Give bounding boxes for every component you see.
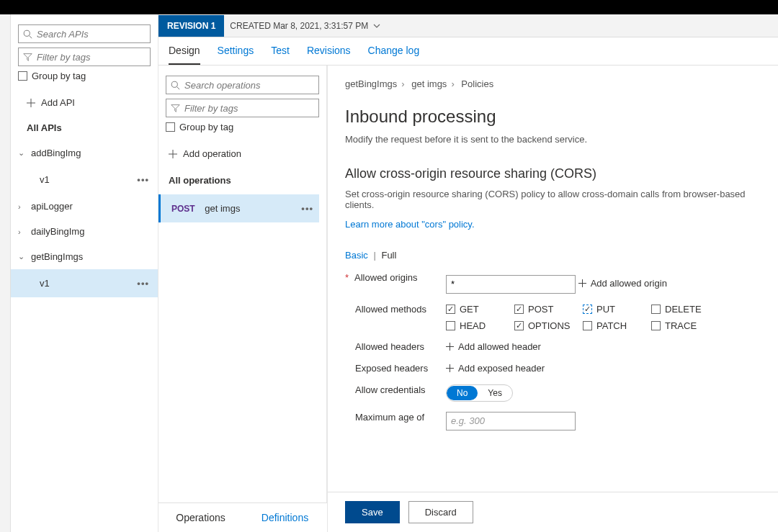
operations-bottom-tabs: Operations Definitions bbox=[158, 502, 327, 532]
page-description: Modify the request before it is sent to … bbox=[345, 134, 761, 145]
tab-settings[interactable]: Settings bbox=[218, 45, 254, 65]
mode-basic[interactable]: Basic bbox=[345, 250, 368, 261]
add-allowed-header-button[interactable]: Add allowed header bbox=[446, 341, 541, 352]
cors-section-desc: Set cross-origin resource sharing (CORS)… bbox=[345, 189, 761, 210]
tab-definitions[interactable]: Definitions bbox=[243, 503, 327, 532]
group-ops-by-tag-checkbox[interactable]: Group by tag bbox=[166, 122, 319, 132]
required-star-icon: * bbox=[345, 272, 349, 283]
breadcrumb-item[interactable]: get imgs bbox=[411, 78, 447, 89]
add-exposed-header-button[interactable]: Add exposed header bbox=[446, 363, 545, 374]
toggle-yes[interactable]: Yes bbox=[478, 386, 512, 400]
add-allowed-origin-button[interactable]: Add allowed origin bbox=[578, 278, 667, 289]
chevron-right-icon: › bbox=[18, 202, 25, 211]
created-timestamp[interactable]: CREATED Mar 8, 2021, 3:31:57 PM bbox=[224, 21, 387, 31]
group-by-tag-checkbox[interactable]: Group by tag bbox=[18, 71, 151, 81]
chevron-down-icon bbox=[372, 22, 381, 30]
breadcrumb: getBingImgs› get imgs› Policies bbox=[345, 78, 761, 89]
search-apis-placeholder: Search APIs bbox=[37, 29, 89, 40]
method-patch[interactable]: PATCH bbox=[583, 320, 651, 331]
operations-column: Search operations Filter by tags Group b… bbox=[158, 66, 328, 532]
filter-tags-input[interactable]: Filter by tags bbox=[18, 48, 151, 66]
tab-test[interactable]: Test bbox=[271, 45, 290, 65]
collapsed-left-rail bbox=[0, 14, 11, 532]
checkbox-icon bbox=[18, 71, 27, 81]
filter-icon bbox=[171, 104, 180, 113]
search-operations-input[interactable]: Search operations bbox=[166, 76, 319, 94]
api-sidebar: Search APIs Filter by tags Group by tag … bbox=[11, 14, 158, 532]
plus-icon bbox=[27, 99, 35, 107]
allowed-methods-row: Allowed methods GET POST PUT DELETE HEAD… bbox=[345, 304, 761, 331]
policy-mode-toggle: Basic | Full bbox=[345, 250, 761, 261]
top-black-bar bbox=[0, 0, 778, 14]
method-options[interactable]: OPTIONS bbox=[514, 320, 583, 331]
operations-panel: Search operations Filter by tags Group b… bbox=[158, 66, 327, 502]
svg-line-1 bbox=[30, 35, 32, 38]
search-apis-input[interactable]: Search APIs bbox=[18, 24, 151, 43]
svg-point-0 bbox=[24, 30, 30, 36]
method-delete[interactable]: DELETE bbox=[651, 304, 720, 315]
add-api-label: Add API bbox=[41, 97, 75, 108]
allow-credentials-row: Allow credentials No Yes bbox=[345, 384, 761, 402]
methods-grid: GET POST PUT DELETE HEAD OPTIONS PATCH T… bbox=[446, 304, 761, 331]
tab-revisions[interactable]: Revisions bbox=[307, 45, 351, 65]
sidebar-item-dailybingimg[interactable]: ›dailyBingImg bbox=[11, 219, 158, 244]
more-icon[interactable]: ••• bbox=[301, 203, 313, 214]
allowed-origins-input[interactable] bbox=[446, 275, 576, 294]
filter-tags-placeholder: Filter by tags bbox=[37, 52, 90, 63]
cors-section-title: Allow cross-origin resource sharing (COR… bbox=[345, 166, 761, 181]
tab-changelog[interactable]: Change log bbox=[368, 45, 420, 65]
sidebar-item-addbingimg[interactable]: ⌄addBingImg bbox=[11, 140, 158, 166]
chevron-right-icon: › bbox=[18, 227, 25, 236]
chevron-down-icon: ⌄ bbox=[18, 148, 25, 158]
filter-icon bbox=[23, 53, 32, 62]
operation-name: get imgs bbox=[205, 203, 240, 214]
page-title: Inbound processing bbox=[345, 107, 761, 127]
breadcrumb-item[interactable]: getBingImgs bbox=[345, 78, 397, 89]
revision-badge[interactable]: REVISION 1 bbox=[158, 15, 224, 37]
all-operations-heading[interactable]: All operations bbox=[166, 166, 319, 194]
max-age-input[interactable] bbox=[446, 412, 576, 430]
content-column: REVISION 1 CREATED Mar 8, 2021, 3:31:57 … bbox=[158, 14, 778, 532]
mode-full[interactable]: Full bbox=[381, 250, 396, 261]
revision-header: REVISION 1 CREATED Mar 8, 2021, 3:31:57 … bbox=[158, 14, 778, 37]
sidebar-item-addbingimg-v1[interactable]: v1 ••• bbox=[11, 166, 158, 194]
main-layout: Search APIs Filter by tags Group by tag … bbox=[0, 14, 778, 532]
allowed-origins-row: *Allowed origins Add allowed origin bbox=[345, 272, 761, 294]
add-api-button[interactable]: Add API bbox=[11, 90, 158, 115]
svg-point-4 bbox=[171, 81, 177, 87]
method-get[interactable]: GET bbox=[446, 304, 514, 315]
http-method-badge: POST bbox=[171, 204, 195, 214]
exposed-headers-row: Exposed headers Add exposed header bbox=[345, 363, 761, 374]
tab-design[interactable]: Design bbox=[169, 45, 200, 65]
operation-get-imgs[interactable]: POST get imgs ••• bbox=[158, 194, 319, 222]
more-icon[interactable]: ••• bbox=[137, 174, 149, 185]
allow-credentials-toggle[interactable]: No Yes bbox=[446, 384, 513, 402]
plus-icon bbox=[446, 364, 454, 372]
more-icon[interactable]: ••• bbox=[137, 278, 149, 289]
plus-icon bbox=[578, 279, 586, 287]
max-age-row: Maximum age of bbox=[345, 412, 761, 430]
all-apis-heading[interactable]: All APIs bbox=[11, 115, 158, 140]
policy-detail-body: getBingImgs› get imgs› Policies Inbound … bbox=[328, 66, 778, 492]
add-operation-button[interactable]: Add operation bbox=[166, 141, 319, 166]
checkbox-icon bbox=[166, 122, 175, 132]
method-put[interactable]: PUT bbox=[583, 304, 651, 315]
toggle-no[interactable]: No bbox=[447, 386, 478, 400]
allowed-headers-row: Allowed headers Add allowed header bbox=[345, 341, 761, 353]
group-by-label: Group by tag bbox=[32, 71, 86, 81]
learn-more-link[interactable]: Learn more about "cors" policy. bbox=[345, 219, 475, 230]
method-head[interactable]: HEAD bbox=[446, 320, 514, 331]
discard-button[interactable]: Discard bbox=[408, 501, 473, 523]
sidebar-item-apilogger[interactable]: ›apiLogger bbox=[11, 194, 158, 219]
save-button[interactable]: Save bbox=[345, 501, 400, 523]
tab-operations[interactable]: Operations bbox=[158, 503, 243, 532]
plus-icon bbox=[169, 150, 177, 158]
sidebar-item-getbingimgs[interactable]: ⌄getBingImgs bbox=[11, 244, 158, 269]
footer-actions: Save Discard bbox=[328, 492, 778, 532]
method-post[interactable]: POST bbox=[514, 304, 583, 315]
method-trace[interactable]: TRACE bbox=[651, 320, 720, 331]
sidebar-item-getbingimgs-v1[interactable]: v1 ••• bbox=[11, 269, 158, 297]
filter-operations-input[interactable]: Filter by tags bbox=[166, 99, 319, 117]
search-icon bbox=[23, 30, 32, 39]
plus-icon bbox=[446, 343, 454, 351]
